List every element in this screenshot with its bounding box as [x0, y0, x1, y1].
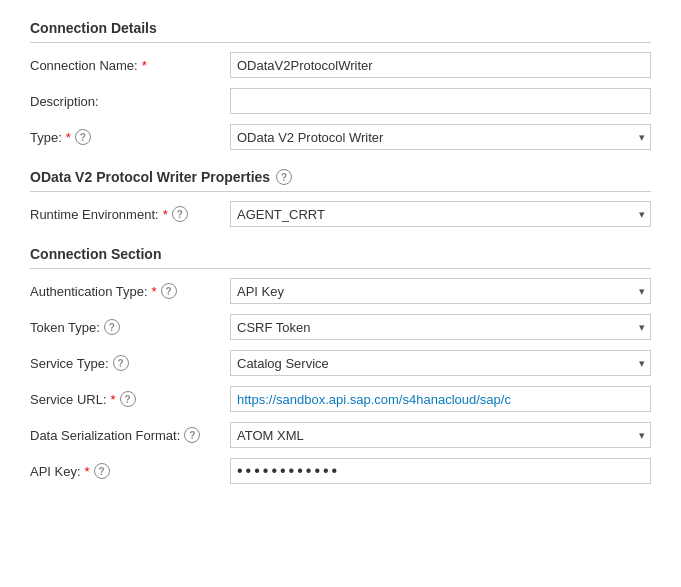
runtime-env-help-icon[interactable]: ? — [172, 206, 188, 222]
data-serialization-select[interactable]: ATOM XML — [230, 422, 651, 448]
api-key-row: API Key: * ? — [30, 457, 651, 485]
type-select[interactable]: OData V2 Protocol Writer — [230, 124, 651, 150]
service-url-required: * — [111, 392, 116, 407]
type-help-icon[interactable]: ? — [75, 129, 91, 145]
connection-name-required: * — [142, 58, 147, 73]
properties-help-icon[interactable]: ? — [276, 169, 292, 185]
service-url-label: Service URL: * ? — [30, 391, 230, 407]
type-required: * — [66, 130, 71, 145]
connection-section: Connection Section Authentication Type: … — [30, 246, 651, 485]
api-key-control — [230, 458, 651, 484]
type-row: Type: * ? OData V2 Protocol Writer ▾ — [30, 123, 651, 151]
token-type-select-wrapper: CSRF Token ▾ — [230, 314, 651, 340]
service-type-select-wrapper: Catalog Service ▾ — [230, 350, 651, 376]
description-label: Description: — [30, 94, 230, 109]
type-select-wrapper: OData V2 Protocol Writer ▾ — [230, 124, 651, 150]
token-type-help-icon[interactable]: ? — [104, 319, 120, 335]
properties-section: OData V2 Protocol Writer Properties ? Ru… — [30, 169, 651, 228]
properties-title: OData V2 Protocol Writer Properties — [30, 169, 270, 185]
api-key-help-icon[interactable]: ? — [94, 463, 110, 479]
auth-type-row: Authentication Type: * ? API Key ▾ — [30, 277, 651, 305]
auth-type-label: Authentication Type: * ? — [30, 283, 230, 299]
type-label: Type: * ? — [30, 129, 230, 145]
auth-type-control: API Key ▾ — [230, 278, 651, 304]
properties-section-header: OData V2 Protocol Writer Properties ? — [30, 169, 651, 192]
service-url-input[interactable] — [230, 386, 651, 412]
service-type-select[interactable]: Catalog Service — [230, 350, 651, 376]
runtime-env-select[interactable]: AGENT_CRRT — [230, 201, 651, 227]
connection-name-control — [230, 52, 651, 78]
runtime-env-select-wrapper: AGENT_CRRT ▾ — [230, 201, 651, 227]
data-serialization-help-icon[interactable]: ? — [184, 427, 200, 443]
connection-details-section: Connection Details Connection Name: * De… — [30, 20, 651, 151]
service-type-control: Catalog Service ▾ — [230, 350, 651, 376]
connection-name-input[interactable] — [230, 52, 651, 78]
runtime-env-control: AGENT_CRRT ▾ — [230, 201, 651, 227]
token-type-control: CSRF Token ▾ — [230, 314, 651, 340]
token-type-row: Token Type: ? CSRF Token ▾ — [30, 313, 651, 341]
api-key-required: * — [85, 464, 90, 479]
data-serialization-control: ATOM XML ▾ — [230, 422, 651, 448]
connection-name-label: Connection Name: * — [30, 58, 230, 73]
service-url-row: Service URL: * ? — [30, 385, 651, 413]
runtime-env-label: Runtime Environment: * ? — [30, 206, 230, 222]
auth-type-select[interactable]: API Key — [230, 278, 651, 304]
service-type-help-icon[interactable]: ? — [113, 355, 129, 371]
api-key-input[interactable] — [230, 458, 651, 484]
type-control: OData V2 Protocol Writer ▾ — [230, 124, 651, 150]
service-url-control — [230, 386, 651, 412]
auth-type-select-wrapper: API Key ▾ — [230, 278, 651, 304]
data-serialization-label: Data Serialization Format: ? — [30, 427, 230, 443]
auth-type-help-icon[interactable]: ? — [161, 283, 177, 299]
description-row: Description: — [30, 87, 651, 115]
data-serialization-select-wrapper: ATOM XML ▾ — [230, 422, 651, 448]
runtime-env-row: Runtime Environment: * ? AGENT_CRRT ▾ — [30, 200, 651, 228]
token-type-select[interactable]: CSRF Token — [230, 314, 651, 340]
service-url-help-icon[interactable]: ? — [120, 391, 136, 407]
api-key-label: API Key: * ? — [30, 463, 230, 479]
data-serialization-row: Data Serialization Format: ? ATOM XML ▾ — [30, 421, 651, 449]
token-type-label: Token Type: ? — [30, 319, 230, 335]
service-type-row: Service Type: ? Catalog Service ▾ — [30, 349, 651, 377]
connection-details-title: Connection Details — [30, 20, 651, 43]
service-type-label: Service Type: ? — [30, 355, 230, 371]
auth-type-required: * — [152, 284, 157, 299]
connection-name-row: Connection Name: * — [30, 51, 651, 79]
runtime-env-required: * — [163, 207, 168, 222]
description-control — [230, 88, 651, 114]
connection-section-title: Connection Section — [30, 246, 651, 269]
description-input[interactable] — [230, 88, 651, 114]
